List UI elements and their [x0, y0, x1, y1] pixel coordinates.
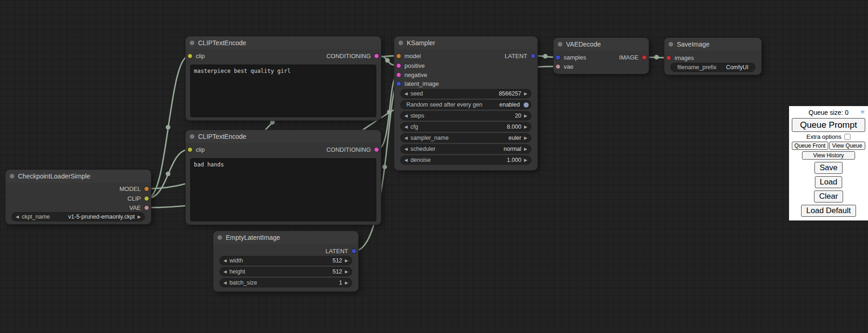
arrow-right-icon[interactable]: ▶ [524, 147, 527, 151]
arrow-right-icon[interactable]: ▶ [345, 281, 348, 285]
widget-scheduler[interactable]: ◀ scheduler normal ▶ [400, 144, 531, 154]
widget-cfg[interactable]: ◀ cfg 8.000 ▶ [400, 122, 531, 131]
node-title-bar[interactable]: VAEDecode [554, 38, 649, 51]
output-port-conditioning[interactable] [374, 147, 379, 152]
toggle-indicator-icon[interactable] [524, 102, 529, 107]
arrow-right-icon[interactable]: ▶ [138, 215, 141, 219]
widget-label: seed [410, 90, 423, 97]
prompt-textarea[interactable]: masterpiece best quality girl [190, 65, 376, 117]
widget-width[interactable]: ◀ width 512 ▶ [219, 256, 352, 265]
queue-front-button[interactable]: Queue Front [792, 142, 828, 150]
collapse-dot-icon[interactable] [669, 42, 673, 47]
node-emptylatentimage[interactable]: EmptyLatentImage LATENT ◀ width 512 ▶ ◀ … [213, 231, 358, 291]
arrow-right-icon[interactable]: ▶ [345, 270, 348, 274]
arrow-left-icon[interactable]: ◀ [404, 136, 408, 140]
link-midpoint-dot [543, 54, 548, 59]
node-title-bar[interactable]: KSampler [394, 36, 537, 49]
arrow-right-icon[interactable]: ▶ [524, 158, 527, 162]
input-slot-latent-image: latent_image [396, 79, 439, 88]
prompt-textarea[interactable]: bad hands [190, 158, 376, 221]
load-button[interactable]: Load [815, 176, 843, 188]
arrow-left-icon[interactable]: ◀ [223, 259, 227, 263]
output-port-latent[interactable] [530, 54, 536, 59]
slot-label: positive [404, 62, 425, 69]
arrow-left-icon[interactable]: ◀ [16, 215, 19, 219]
clear-button[interactable]: Clear [814, 190, 843, 202]
widget-random-seed-toggle[interactable]: Random seed after every gen enabled [400, 100, 531, 109]
arrow-right-icon[interactable]: ▶ [345, 259, 348, 263]
arrow-right-icon[interactable]: ▶ [524, 136, 527, 140]
collapse-dot-icon[interactable] [190, 41, 194, 45]
output-port-latent[interactable] [351, 249, 356, 254]
load-default-button[interactable]: Load Default [801, 205, 856, 217]
output-port-model[interactable] [144, 186, 149, 191]
node-vaedecode[interactable]: VAEDecode samples IMAGE vae [554, 38, 649, 74]
node-ksampler[interactable]: KSampler model LATENT positive negative … [394, 36, 537, 170]
output-port-vae[interactable] [144, 205, 149, 210]
arrow-right-icon[interactable]: ▶ [524, 114, 527, 118]
widget-denoise[interactable]: ◀ denoise 1.000 ▶ [400, 155, 531, 165]
input-port-samples[interactable] [555, 55, 561, 60]
widget-batch-size[interactable]: ◀ batch_size 1 ▶ [219, 278, 352, 287]
node-title-bar[interactable]: EmptyLatentImage [213, 231, 358, 244]
output-slot-image: IMAGE [619, 53, 647, 62]
input-port-clip[interactable] [187, 54, 193, 59]
node-saveimage[interactable]: SaveImage images filename_prefix ComfyUI [664, 38, 761, 75]
slot-label: VAE [129, 204, 141, 211]
arrow-left-icon[interactable]: ◀ [404, 114, 408, 118]
node-cliptextencode-positive[interactable]: CLIPTextEncode clip CONDITIONING masterp… [186, 36, 381, 120]
output-slot-latent: LATENT [505, 51, 536, 60]
widget-height[interactable]: ◀ height 512 ▶ [219, 267, 352, 276]
input-port-clip[interactable] [187, 147, 193, 152]
collapse-dot-icon[interactable] [398, 41, 403, 45]
node-graph-canvas[interactable]: CheckpointLoaderSimple MODEL CLIP VAE ◀ … [0, 0, 868, 333]
view-history-button[interactable]: View History [802, 151, 855, 160]
output-port-image[interactable] [642, 55, 647, 60]
input-port-model[interactable] [396, 54, 401, 59]
input-port-positive[interactable] [396, 63, 401, 68]
node-checkpointloadersimple[interactable]: CheckpointLoaderSimple MODEL CLIP VAE ◀ … [6, 170, 151, 224]
widget-filename-prefix[interactable]: filename_prefix ComfyUI [670, 63, 755, 72]
input-slot-clip: clip [187, 145, 205, 154]
input-slot-negative: negative [396, 70, 427, 79]
collapse-dot-icon[interactable] [190, 134, 194, 139]
widget-steps[interactable]: ◀ steps 20 ▶ [400, 111, 531, 120]
node-title-bar[interactable]: CLIPTextEncode [186, 130, 381, 143]
node-cliptextencode-negative[interactable]: CLIPTextEncode clip CONDITIONING bad han… [186, 130, 381, 225]
arrow-right-icon[interactable]: ▶ [524, 125, 527, 129]
widget-value: 512 [332, 268, 342, 275]
output-slot-conditioning: CONDITIONING [326, 51, 379, 60]
collapse-dot-icon[interactable] [217, 235, 222, 240]
widget-seed[interactable]: ◀ seed 8566257 ▶ [400, 89, 531, 98]
arrow-right-icon[interactable]: ▶ [524, 92, 527, 96]
widget-label: denoise [410, 157, 431, 163]
arrow-left-icon[interactable]: ◀ [404, 147, 408, 151]
widget-value: v1-5-pruned-emaonly.ckpt [68, 214, 135, 220]
node-title-bar[interactable]: CLIPTextEncode [186, 36, 381, 49]
input-port-images[interactable] [666, 55, 671, 60]
widget-value: 20 [515, 113, 521, 119]
view-queue-button[interactable]: View Queue [829, 142, 866, 150]
arrow-left-icon[interactable]: ◀ [404, 125, 408, 129]
settings-icon[interactable]: ✳ [860, 109, 865, 115]
arrow-left-icon[interactable]: ◀ [404, 92, 408, 96]
input-port-negative[interactable] [396, 72, 401, 77]
output-port-clip[interactable] [144, 196, 149, 201]
queue-prompt-button[interactable]: Queue Prompt [792, 118, 865, 132]
input-port-vae[interactable] [555, 64, 561, 69]
widget-sampler-name[interactable]: ◀ sampler_name euler ▶ [400, 133, 531, 143]
node-title-bar[interactable]: SaveImage [664, 38, 761, 51]
input-port-latent-image[interactable] [396, 81, 401, 86]
node-title-bar[interactable]: CheckpointLoaderSimple [6, 170, 151, 183]
input-slot-positive: positive [396, 61, 425, 70]
arrow-left-icon[interactable]: ◀ [404, 158, 408, 162]
output-port-conditioning[interactable] [374, 54, 379, 59]
node-title: VAEDecode [566, 41, 601, 48]
collapse-dot-icon[interactable] [10, 174, 14, 178]
arrow-left-icon[interactable]: ◀ [223, 281, 227, 285]
widget-ckpt-name[interactable]: ◀ ckpt_name v1-5-pruned-emaonly.ckpt ▶ [12, 212, 145, 221]
collapse-dot-icon[interactable] [558, 42, 562, 47]
save-button[interactable]: Save [814, 162, 843, 174]
extra-options-checkbox[interactable] [844, 134, 850, 140]
arrow-left-icon[interactable]: ◀ [223, 270, 227, 274]
